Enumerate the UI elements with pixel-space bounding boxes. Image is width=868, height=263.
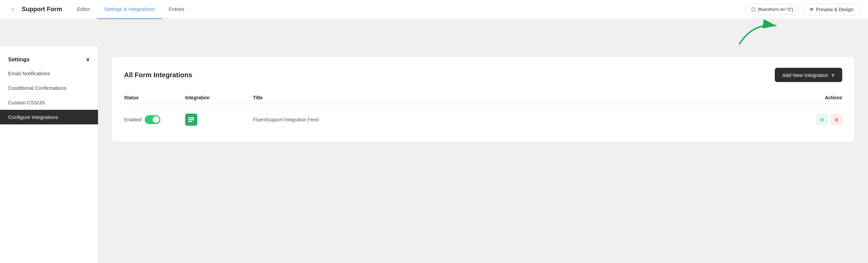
arrow-svg <box>719 19 787 46</box>
shortcode-text: [fluentform id="3"] <box>758 7 793 12</box>
trash-icon: 🗑 <box>834 117 839 122</box>
sidebar-item-custom-css-js[interactable]: Custom CSS/JS <box>0 95 98 110</box>
title-cell: FluentSupport Integration Feed <box>253 117 788 122</box>
add-new-integration-button[interactable]: Add New Integration ∨ <box>775 68 842 82</box>
svg-rect-2 <box>188 119 194 120</box>
fluent-support-logo-icon <box>188 116 195 123</box>
delete-action-button[interactable]: 🗑 <box>831 114 842 125</box>
card-title: All Form Integrations <box>124 71 192 79</box>
back-button[interactable]: ‹ <box>8 5 18 14</box>
nav-right-actions: 📋 [fluentform id="3"] 👁 Preview & Design <box>745 4 860 15</box>
chevron-down-icon: ∨ <box>831 72 835 78</box>
status-cell: Enabled <box>124 115 185 124</box>
sidebar-settings-section[interactable]: Settings ∨ <box>0 53 98 66</box>
shortcode-button[interactable]: 📋 [fluentform id="3"] <box>745 4 799 15</box>
sidebar: Settings ∨ Email Notifications Condition… <box>0 46 98 263</box>
header-title: Title <box>253 95 788 100</box>
header-status: Status <box>124 95 185 100</box>
card-header: All Form Integrations Add New Integratio… <box>124 68 842 82</box>
add-integration-label: Add New Integration <box>782 72 828 78</box>
table-row: Enabled FluentSupport In <box>124 108 842 131</box>
form-title: Support Form <box>22 6 62 13</box>
preview-design-button[interactable]: 👁 Preview & Design <box>803 4 860 15</box>
settings-action-button[interactable]: ⚙ <box>816 114 828 125</box>
integrations-card: All Form Integrations Add New Integratio… <box>112 57 854 142</box>
svg-rect-1 <box>188 117 194 118</box>
toggle-slider <box>145 115 160 124</box>
arrow-annotation-area <box>0 19 868 46</box>
sidebar-item-email-notifications[interactable]: Email Notifications <box>0 66 98 81</box>
integration-icon <box>185 114 197 126</box>
sidebar-settings-label: Settings <box>8 57 29 63</box>
svg-rect-3 <box>188 121 192 122</box>
integration-cell <box>185 114 253 126</box>
tab-entries[interactable]: Entries <box>162 0 191 19</box>
clipboard-icon: 📋 <box>751 7 756 12</box>
tab-editor[interactable]: Editor <box>70 0 97 19</box>
actions-cell: ⚙ 🗑 <box>788 114 842 125</box>
top-navigation: ‹ Support Form Editor Settings & Integra… <box>0 0 868 19</box>
table-header: Status Integration Title Actions <box>124 92 842 104</box>
tab-settings-integrations[interactable]: Settings & Integrations <box>97 0 162 19</box>
enabled-toggle[interactable] <box>145 115 160 124</box>
enabled-label: Enabled <box>124 117 141 122</box>
nav-tabs: Editor Settings & Integrations Entries <box>70 0 742 19</box>
settings-icon: ⚙ <box>820 117 824 122</box>
main-layout: Settings ∨ Email Notifications Condition… <box>0 46 868 263</box>
sidebar-item-configure-integrations[interactable]: Configure Integrations <box>0 110 98 124</box>
eye-icon: 👁 <box>809 7 814 12</box>
header-actions: Actions <box>788 95 842 100</box>
chevron-down-icon: ∨ <box>86 56 90 63</box>
header-integration: Integration <box>185 95 253 100</box>
sidebar-item-conditional-confirmations[interactable]: Conditional Confirmations <box>0 81 98 95</box>
content-area: All Form Integrations Add New Integratio… <box>98 46 868 263</box>
